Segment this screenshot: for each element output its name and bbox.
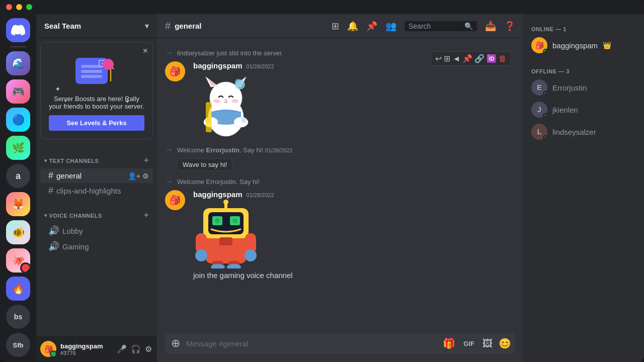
channel-item-lobby[interactable]: 🔊 Lobby — [40, 223, 153, 238]
system-message-text-1: lindseysalzer just slid into the server. — [177, 49, 283, 57]
system-arrow-icon-2: → — [165, 145, 173, 154]
add-attachment-icon[interactable]: ⊕ — [169, 333, 182, 354]
message-1-avatar: 🎒 — [165, 61, 185, 81]
member-name-jkienlen: jkienlen — [552, 106, 578, 114]
channel-item-clips[interactable]: # clips-and-highlights — [40, 184, 153, 198]
bookmark-icon[interactable]: 📌 — [462, 54, 472, 63]
user-discriminator: #3776 — [60, 350, 112, 356]
section-chevron-icon: ▾ — [44, 158, 47, 163]
message-text-body: join the gaming voice channel — [193, 270, 515, 281]
gif-icon[interactable]: GIF — [461, 339, 476, 348]
minimize-button[interactable] — [16, 4, 22, 10]
svg-point-27 — [195, 249, 207, 261]
member-item-jkienlen[interactable]: J jkienlen — [527, 99, 640, 121]
user-controls: 🎤 🎧 ⚙ — [116, 343, 153, 355]
server-icon-2[interactable]: 🎮 — [6, 79, 30, 104]
headphone-icon[interactable]: 🎧 — [130, 343, 142, 355]
create-thread-icon[interactable]: ⊞ — [444, 54, 450, 63]
channel-item-general[interactable]: # general 👤+ ⚙ — [40, 168, 153, 183]
discord-home-icon[interactable] — [6, 18, 30, 42]
server-icon-bs[interactable]: bs — [6, 305, 30, 329]
add-text-channel-button[interactable]: + — [143, 155, 149, 166]
hash-icon-clips: # — [48, 186, 53, 196]
search-input[interactable] — [409, 22, 461, 30]
svg-point-28 — [245, 249, 257, 261]
microphone-icon[interactable]: 🎤 — [116, 343, 128, 355]
member-name-baggingspam: baggingspam — [552, 41, 598, 50]
chevron-down-icon: ▾ — [145, 21, 149, 31]
search-icon: 🔍 — [464, 22, 473, 30]
message-1-author: baggingspam — [193, 61, 243, 70]
maximize-button[interactable] — [26, 4, 32, 10]
message-input[interactable] — [186, 334, 439, 353]
channel-name-clips: clips-and-highlights — [56, 187, 149, 195]
messages-area: → lindseysalzer just slid into the serve… — [157, 38, 523, 325]
copy-link-icon[interactable]: 🔗 — [474, 54, 485, 63]
threads-icon[interactable]: ⊞ — [332, 21, 339, 32]
svg-point-7 — [231, 99, 238, 103]
members-icon[interactable]: 👥 — [385, 21, 396, 32]
server-icon-6[interactable]: 🐠 — [6, 220, 30, 244]
online-members-label: ONLINE — 1 — [527, 22, 640, 34]
text-channels-header[interactable]: ▾ TEXT CHANNELS + — [36, 147, 157, 168]
inbox-icon[interactable]: 📥 — [485, 21, 496, 32]
offline-status-lindseysalzer — [543, 135, 547, 140]
sticker-icon[interactable]: 🖼 — [482, 338, 493, 349]
voice-channels-header[interactable]: ▾ VOICE CHANNELS + — [36, 202, 157, 223]
channel-name-gaming: Gaming — [62, 242, 149, 251]
delete-icon[interactable]: 🗑 — [499, 54, 507, 63]
channel-item-gaming[interactable]: 🔊 Gaming — [40, 239, 153, 254]
reply-icon[interactable]: ↩ — [435, 54, 442, 63]
user-settings-icon[interactable]: ⚙ — [144, 343, 153, 355]
server-icon-4[interactable]: 🌿 — [6, 136, 30, 160]
boost-levels-button[interactable]: See Levels & Perks — [49, 115, 144, 131]
offline-status-errorjustin — [543, 91, 547, 96]
close-button[interactable] — [6, 4, 12, 10]
wave-button[interactable]: Wave to say hi! — [177, 158, 232, 171]
username-label: baggingspam — [60, 342, 112, 350]
message-2-content: baggingspam 01/28/2022 — [193, 190, 515, 281]
text-channels-label: ▾ TEXT CHANNELS — [44, 158, 99, 164]
pin-icon[interactable]: 📌 — [366, 21, 377, 32]
search-box[interactable]: 🔍 — [405, 21, 477, 31]
server-icon-5[interactable]: 🦊 — [6, 192, 30, 216]
user-avatar: 🎒 — [40, 341, 56, 357]
pin-message-icon[interactable]: ◄ — [452, 54, 460, 63]
online-status-indicator — [543, 49, 547, 53]
voice-section-chevron-icon: ▾ — [44, 213, 47, 218]
member-item-lindseysalzer[interactable]: L lindseysalzer — [527, 121, 640, 143]
server-icon-a[interactable]: a — [6, 164, 30, 188]
emoji-icon[interactable]: 😊 — [499, 337, 511, 349]
members-sidebar: ONLINE — 1 🎒 baggingspam 👑 OFFLINE — 3 E… — [523, 14, 644, 362]
channel-actions: 👤+ ⚙ — [128, 172, 149, 180]
sticker-robot — [193, 201, 259, 266]
add-member-icon[interactable]: 👤+ — [128, 172, 140, 180]
chat-channel-name: general — [175, 22, 201, 30]
server-header[interactable]: Seal Team ▾ — [36, 14, 157, 38]
add-voice-channel-button[interactable]: + — [143, 210, 149, 221]
svg-point-21 — [215, 218, 220, 223]
offline-members-label: OFFLINE — 3 — [527, 64, 640, 76]
server-icon-1[interactable]: 🌊 — [6, 51, 30, 75]
member-item-errorjustin[interactable]: E Errorjustin — [527, 76, 640, 99]
message-1-timestamp: 01/28/2022 — [247, 63, 274, 69]
settings-icon[interactable]: ⚙ — [142, 172, 149, 180]
voice-channels-label: ▾ VOICE CHANNELS — [44, 213, 102, 219]
bell-icon[interactable]: 🔔 — [347, 21, 358, 32]
svg-rect-15 — [206, 102, 212, 132]
help-icon[interactable]: ❓ — [504, 21, 515, 32]
gift-icon[interactable]: 🎁 — [443, 337, 455, 349]
app-icon[interactable]: 🆔 — [487, 54, 497, 63]
message-2-header: baggingspam 01/28/2022 — [193, 190, 515, 199]
channel-name-general: general — [56, 171, 125, 180]
channel-list: ▾ TEXT CHANNELS + # general 👤+ ⚙ # clips… — [36, 143, 157, 336]
crown-icon: 👑 — [603, 41, 611, 49]
member-item-baggingspam[interactable]: 🎒 baggingspam 👑 — [527, 34, 640, 56]
system-arrow-icon-3: → — [165, 177, 173, 186]
server-icon-7[interactable]: 🐙 — [6, 248, 30, 273]
server-icon-3[interactable]: 🔵 — [6, 108, 30, 132]
server-icon-8[interactable]: 🔥 — [6, 277, 30, 301]
server-name: Seal Team — [44, 22, 81, 30]
boost-close-button[interactable]: ✕ — [142, 47, 148, 55]
server-icon-sfb[interactable]: Sfb — [6, 333, 30, 357]
